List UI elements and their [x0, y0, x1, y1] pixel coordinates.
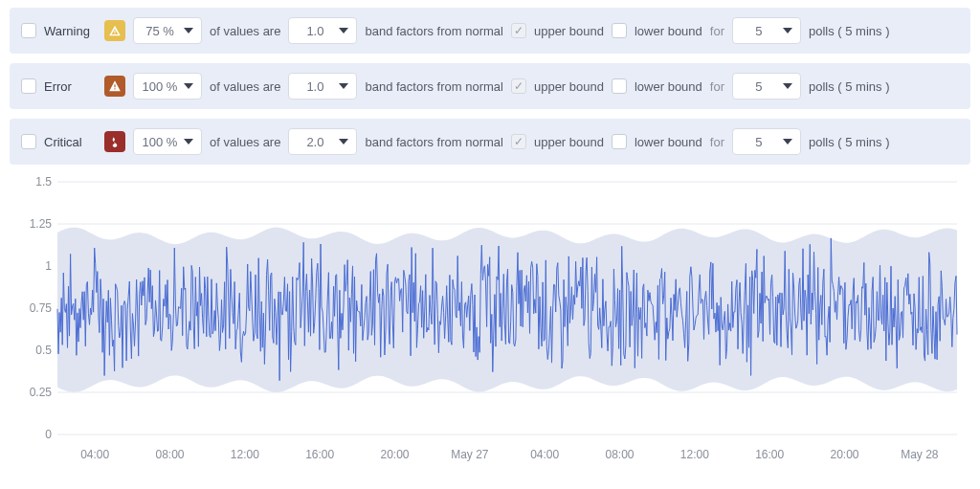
lower-bound-checkbox[interactable]: [612, 134, 627, 149]
lower-bound-checkbox[interactable]: [612, 23, 627, 38]
band-label: band factors from normal: [365, 135, 503, 149]
band-label: band factors from normal: [365, 24, 503, 38]
chevron-down-icon: [339, 83, 348, 89]
chevron-down-icon: [184, 28, 193, 33]
band-factor-select[interactable]: 1.0: [288, 17, 357, 44]
band-factor-select[interactable]: 2.0: [288, 128, 357, 155]
chevron-down-icon: [339, 139, 348, 144]
chevron-down-icon: [339, 28, 348, 33]
polls-suffix: polls ( 5 mins ): [809, 24, 890, 38]
enable-checkbox-error[interactable]: [21, 78, 36, 94]
polls-select[interactable]: 5: [732, 73, 801, 100]
for-label: for: [710, 135, 724, 149]
lower-bound-label: lower bound: [635, 79, 702, 94]
chart-svg: [10, 174, 967, 461]
level-label: Warning: [44, 24, 97, 38]
upper-bound-checkbox[interactable]: [511, 78, 526, 94]
chevron-down-icon: [184, 139, 193, 144]
upper-bound-label: upper bound: [534, 135, 604, 149]
error-icon: [104, 76, 125, 97]
level-label: Error: [44, 79, 97, 94]
of-values-label: of values are: [210, 24, 280, 38]
percent-select[interactable]: 100 %: [133, 128, 202, 155]
band-label: band factors from normal: [365, 79, 503, 94]
enable-checkbox-critical[interactable]: [21, 134, 36, 149]
for-label: for: [710, 24, 724, 38]
of-values-label: of values are: [210, 79, 280, 94]
band-factor-select[interactable]: 1.0: [288, 73, 357, 100]
rule-row-warning: Warning 75 % of values are 1.0 band fact…: [10, 8, 970, 54]
polls-suffix: polls ( 5 mins ): [809, 79, 890, 94]
of-values-label: of values are: [210, 135, 280, 149]
lower-bound-label: lower bound: [635, 135, 702, 149]
percent-select[interactable]: 75 %: [133, 17, 202, 44]
lower-bound-checkbox[interactable]: [612, 78, 627, 94]
polls-suffix: polls ( 5 mins ): [809, 135, 890, 149]
timeseries-chart: 00.250.50.7511.251.504:0008:0012:0016:00…: [10, 174, 967, 461]
chevron-down-icon: [783, 28, 792, 33]
rule-row-critical: Critical 100 % of values are 2.0 band fa…: [10, 119, 970, 165]
chevron-down-icon: [783, 139, 792, 144]
upper-bound-checkbox[interactable]: [511, 134, 526, 149]
rule-row-error: Error 100 % of values are 1.0 band facto…: [10, 63, 970, 109]
polls-select[interactable]: 5: [732, 17, 801, 44]
critical-icon: [104, 131, 125, 152]
percent-select[interactable]: 100 %: [133, 73, 202, 100]
upper-bound-checkbox[interactable]: [511, 23, 526, 38]
warning-icon: [104, 20, 125, 41]
chevron-down-icon: [184, 83, 193, 89]
enable-checkbox-warning[interactable]: [21, 23, 36, 38]
upper-bound-label: upper bound: [534, 79, 604, 94]
chevron-down-icon: [783, 83, 792, 89]
upper-bound-label: upper bound: [534, 24, 604, 38]
lower-bound-label: lower bound: [635, 24, 702, 38]
polls-select[interactable]: 5: [732, 128, 801, 155]
for-label: for: [710, 79, 724, 94]
level-label: Critical: [44, 135, 97, 149]
